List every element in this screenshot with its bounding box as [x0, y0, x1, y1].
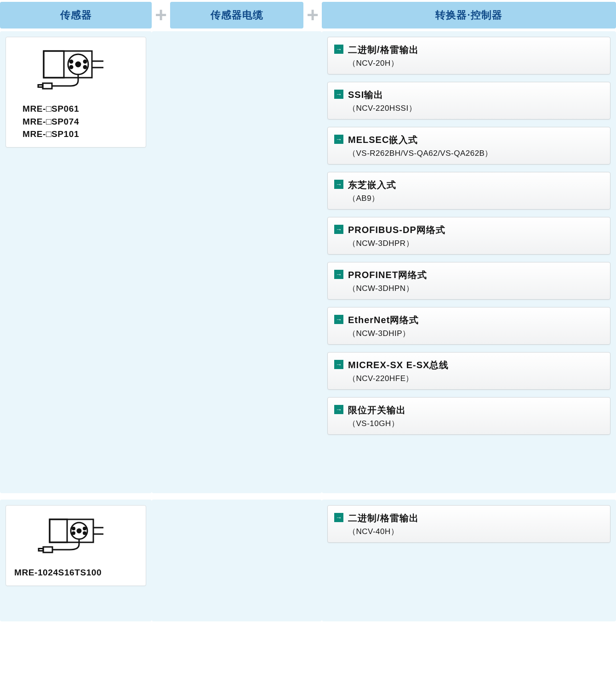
- plus-icon: +: [303, 4, 322, 27]
- column-headers: 传感器 + 传感器电缆 + 转换器·控制器: [0, 2, 616, 28]
- header-sensor: 传感器: [0, 2, 152, 28]
- arrow-icon: [334, 270, 343, 279]
- converter-subtitle: （NCV-220HFE）: [348, 373, 605, 384]
- converter-item[interactable]: 二进制/格雷输出（NCV-40H）: [327, 505, 610, 543]
- arrow-icon: [334, 180, 343, 189]
- converter-item[interactable]: MELSEC嵌入式（VS-R262BH/VS-QA62/VS-QA262B）: [327, 127, 610, 165]
- svg-rect-1: [44, 51, 64, 78]
- sensor-model: MRE-□SP101: [23, 128, 139, 141]
- svg-point-15: [77, 529, 81, 533]
- converter-title: 二进制/格雷输出: [348, 44, 605, 56]
- converter-item[interactable]: PROFIBUS-DP网络式（NCW-3DHPR）: [327, 217, 610, 255]
- svg-point-18: [73, 532, 75, 535]
- converter-subtitle: （NCW-3DHIP）: [348, 328, 605, 339]
- svg-point-7: [84, 66, 86, 68]
- header-cable: 传感器电缆: [170, 2, 303, 28]
- arrow-icon: [334, 45, 343, 54]
- svg-point-6: [70, 66, 73, 68]
- converter-panel-1: 二进制/格雷输出（NCV-20H）SSI输出（NCV-220HSSI）MELSE…: [322, 31, 616, 493]
- converter-subtitle: （NCV-20H）: [348, 58, 605, 68]
- converter-title: PROFINET网络式: [348, 269, 605, 281]
- svg-point-3: [76, 62, 80, 67]
- converter-subtitle: （NCV-220HSSI）: [348, 103, 605, 114]
- section-1: MRE-□SP061 MRE-□SP074 MRE-□SP101 二进制/格雷输…: [0, 31, 616, 493]
- converter-item[interactable]: 限位开关输出（VS-10GH）: [327, 397, 610, 435]
- converter-panel-2: 二进制/格雷输出（NCV-40H）: [322, 500, 616, 621]
- sensor-panel-1: MRE-□SP061 MRE-□SP074 MRE-□SP101: [0, 31, 152, 493]
- converter-subtitle: （VS-R262BH/VS-QA62/VS-QA262B）: [348, 148, 605, 159]
- svg-point-4: [70, 60, 73, 63]
- sensor-model: MRE-□SP074: [23, 115, 139, 128]
- svg-rect-23: [39, 549, 43, 551]
- converter-item[interactable]: PROFINET网络式（NCW-3DHPN）: [327, 262, 610, 300]
- cable-panel-1: [152, 31, 322, 493]
- header-converter: 转换器·控制器: [322, 2, 616, 28]
- sensor-panel-2: MRE-1024S16TS100: [0, 500, 152, 621]
- svg-rect-11: [38, 85, 43, 87]
- converter-item[interactable]: EtherNet网络式（NCW-3DHIP）: [327, 307, 610, 345]
- arrow-icon: [334, 225, 343, 234]
- converter-title: EtherNet网络式: [348, 314, 605, 326]
- arrow-icon: [334, 513, 343, 522]
- converter-item[interactable]: SSI输出（NCV-220HSSI）: [327, 82, 610, 119]
- section-2: MRE-1024S16TS100 二进制/格雷输出（NCV-40H）: [0, 500, 616, 621]
- sensor-card-1: MRE-□SP061 MRE-□SP074 MRE-□SP101: [6, 37, 146, 148]
- svg-point-16: [73, 528, 75, 530]
- sensor-model-list: MRE-1024S16TS100: [12, 566, 139, 579]
- sensor-model-list: MRE-□SP061 MRE-□SP074 MRE-□SP101: [12, 102, 139, 141]
- converter-subtitle: （AB9）: [348, 193, 605, 204]
- converter-title: SSI输出: [348, 89, 605, 101]
- svg-point-19: [84, 532, 86, 535]
- converter-title: MELSEC嵌入式: [348, 134, 605, 146]
- converter-title: 二进制/格雷输出: [348, 512, 605, 524]
- sensor-model: MRE-□SP061: [23, 102, 139, 115]
- converter-title: PROFIBUS-DP网络式: [348, 224, 605, 236]
- arrow-icon: [334, 315, 343, 324]
- arrow-icon: [334, 405, 343, 414]
- arrow-icon: [334, 135, 343, 144]
- converter-subtitle: （NCW-3DHPR）: [348, 238, 605, 249]
- svg-point-17: [84, 528, 86, 530]
- converter-title: 限位开关输出: [348, 404, 605, 416]
- converter-title: 东芝嵌入式: [348, 179, 605, 191]
- converter-item[interactable]: 东芝嵌入式（AB9）: [327, 172, 610, 210]
- sensor-model: MRE-1024S16TS100: [14, 566, 139, 579]
- encoder-illustration: [12, 514, 139, 562]
- svg-rect-10: [43, 83, 52, 89]
- sensor-card-2: MRE-1024S16TS100: [6, 505, 146, 586]
- plus-icon: +: [152, 4, 170, 27]
- converter-item[interactable]: MICREX-SX E-SX总线（NCV-220HFE）: [327, 352, 610, 390]
- cable-panel-2: [152, 500, 322, 621]
- svg-rect-13: [50, 519, 67, 542]
- converter-title: MICREX-SX E-SX总线: [348, 359, 605, 371]
- encoder-illustration: [12, 46, 139, 98]
- svg-point-5: [84, 60, 86, 63]
- converter-subtitle: （NCV-40H）: [348, 526, 605, 537]
- converter-subtitle: （NCW-3DHPN）: [348, 283, 605, 294]
- converter-subtitle: （VS-10GH）: [348, 418, 605, 429]
- arrow-icon: [334, 360, 343, 369]
- arrow-icon: [334, 90, 343, 99]
- converter-item[interactable]: 二进制/格雷输出（NCV-20H）: [327, 37, 610, 74]
- svg-rect-22: [43, 547, 52, 552]
